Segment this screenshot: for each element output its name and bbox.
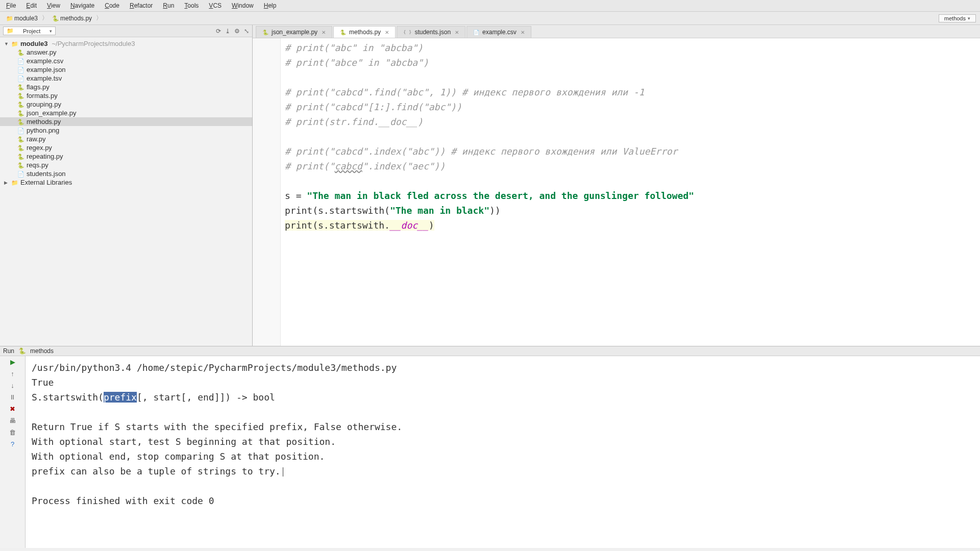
menu-tools[interactable]: Tools bbox=[180, 1, 203, 10]
project-view-dropdown[interactable]: Project bbox=[3, 27, 56, 35]
python-icon bbox=[17, 144, 24, 152]
python-icon bbox=[17, 135, 24, 143]
tree-file[interactable]: grouping.py bbox=[0, 100, 252, 109]
tree-file[interactable]: regex.py bbox=[0, 143, 252, 152]
python-icon bbox=[17, 153, 24, 160]
editor-tab[interactable]: example.csv✕ bbox=[467, 26, 531, 38]
run-output-line: With optional end, stop comparing S at t… bbox=[32, 451, 325, 462]
tree-file-label: example.csv bbox=[27, 57, 63, 65]
code-line: # print("cabcd"[1:].find("abc")) bbox=[285, 102, 462, 112]
menu-edit[interactable]: Edit bbox=[22, 1, 41, 10]
menu-window[interactable]: Window bbox=[228, 1, 258, 10]
python-icon bbox=[17, 109, 24, 117]
run-config-label: methods bbox=[944, 15, 966, 21]
menu-view[interactable]: View bbox=[43, 1, 64, 10]
code-line: s = "The man in black fled across the de… bbox=[285, 190, 694, 201]
editor-tab[interactable]: students.json✕ bbox=[397, 26, 465, 38]
print-icon[interactable]: 🖶 bbox=[9, 417, 16, 424]
help-icon[interactable]: ? bbox=[11, 440, 14, 448]
run-output-line: With optional start, test S beginning at… bbox=[32, 436, 336, 447]
code-line: # print("cabcd".index("aec")) bbox=[285, 161, 445, 171]
menu-file[interactable]: File bbox=[2, 1, 20, 10]
tree-file[interactable]: answer.py bbox=[0, 48, 252, 57]
editor-area: json_example.py✕methods.py✕students.json… bbox=[253, 25, 980, 346]
close-icon[interactable]: ✕ bbox=[455, 30, 459, 35]
file-icon bbox=[17, 127, 24, 134]
code-line: # print(str.find.__doc__) bbox=[285, 116, 423, 127]
menu-vcs[interactable]: VCS bbox=[205, 1, 226, 10]
run-header[interactable]: Run 🐍 methods bbox=[0, 346, 980, 356]
run-output-line: /usr/bin/python3.4 /home/stepic/PycharmP… bbox=[32, 362, 397, 373]
python-icon bbox=[17, 161, 24, 169]
python-icon bbox=[17, 48, 24, 56]
editor-tab-label: example.csv bbox=[482, 29, 517, 36]
code-line: # print("abce" in "abcba") bbox=[285, 57, 429, 68]
hide-icon[interactable]: ⤡ bbox=[244, 28, 249, 35]
file-icon bbox=[17, 66, 24, 73]
breadcrumb-project[interactable]: module3 bbox=[4, 14, 40, 22]
tree-file-label: formats.py bbox=[27, 92, 58, 99]
tree-file-label: students.json bbox=[27, 170, 66, 178]
tree-file[interactable]: flags.py bbox=[0, 83, 252, 91]
tree-file[interactable]: repeating.py bbox=[0, 152, 252, 161]
close-icon[interactable]: ✕ bbox=[521, 30, 525, 35]
tree-file-label: answer.py bbox=[27, 48, 57, 56]
run-up-icon[interactable]: ↑ bbox=[11, 370, 14, 378]
editor-tab-label: methods.py bbox=[349, 29, 381, 36]
tree-root-name: module3 bbox=[20, 40, 47, 47]
tree-file[interactable]: methods.py bbox=[0, 117, 252, 126]
editor-tab-bar[interactable]: json_example.py✕methods.py✕students.json… bbox=[253, 25, 980, 38]
editor-gutter[interactable] bbox=[253, 38, 281, 346]
tree-file[interactable]: formats.py bbox=[0, 91, 252, 100]
tree-external[interactable]: ▶External Libraries bbox=[0, 178, 252, 187]
pause-icon[interactable]: ⏸ bbox=[9, 393, 16, 401]
menu-navigate[interactable]: Navigate bbox=[66, 1, 99, 10]
project-tree[interactable]: ▼module3~/PycharmProjects/module3 answer… bbox=[0, 37, 252, 346]
tree-root[interactable]: ▼module3~/PycharmProjects/module3 bbox=[0, 39, 252, 48]
editor-tab[interactable]: methods.py✕ bbox=[333, 26, 396, 38]
stop-icon[interactable]: ✖ bbox=[10, 405, 15, 413]
menu-refactor[interactable]: Refactor bbox=[126, 1, 157, 10]
python-icon bbox=[17, 83, 24, 91]
text-caret bbox=[283, 467, 283, 477]
run-down-icon[interactable]: ↓ bbox=[11, 382, 14, 389]
close-icon[interactable]: ✕ bbox=[322, 30, 326, 35]
menubar[interactable]: File Edit View Navigate Code Refactor Ru… bbox=[0, 0, 980, 12]
settings-icon[interactable]: ⚙ bbox=[234, 28, 240, 35]
tree-file[interactable]: raw.py bbox=[0, 135, 252, 143]
tree-file[interactable]: example.tsv bbox=[0, 74, 252, 83]
tree-file[interactable]: python.png bbox=[0, 126, 252, 135]
run-config-selector[interactable]: methods bbox=[939, 14, 976, 22]
editor-tab[interactable]: json_example.py✕ bbox=[256, 26, 332, 38]
breadcrumb-file[interactable]: methods.py bbox=[50, 14, 94, 22]
code-line: # print("cabcd".index("abc")) # индекс п… bbox=[285, 146, 677, 157]
breadcrumb-file-label: methods.py bbox=[60, 15, 92, 22]
run-header-label: Run bbox=[3, 347, 14, 355]
collapse-all-icon[interactable]: ⤓ bbox=[225, 28, 230, 35]
file-icon bbox=[17, 57, 24, 65]
code-line: # print("abc" in "abcba") bbox=[285, 42, 423, 53]
run-output-line: Return True if S starts with the specifi… bbox=[32, 421, 402, 432]
folder-icon bbox=[6, 15, 13, 22]
close-icon[interactable]: ✕ bbox=[385, 30, 389, 35]
run-config-name: methods bbox=[30, 347, 54, 355]
trash-icon[interactable]: 🗑 bbox=[9, 429, 16, 436]
file-icon bbox=[17, 170, 24, 178]
scroll-from-source-icon[interactable]: ⟳ bbox=[216, 28, 221, 35]
menu-code[interactable]: Code bbox=[101, 1, 124, 10]
run-output-line: prefix can also be a tuple of strings to… bbox=[32, 466, 283, 477]
run-output[interactable]: /usr/bin/python3.4 /home/stepic/PycharmP… bbox=[26, 356, 980, 548]
tree-file[interactable]: example.csv bbox=[0, 57, 252, 65]
tree-file[interactable]: students.json bbox=[0, 169, 252, 178]
rerun-icon[interactable]: ▶ bbox=[10, 358, 15, 366]
tree-file[interactable]: example.json bbox=[0, 65, 252, 74]
code-editor[interactable]: # print("abc" in "abcba") # print("abce"… bbox=[281, 38, 980, 346]
menu-help[interactable]: Help bbox=[260, 1, 281, 10]
tree-file[interactable]: reqs.py bbox=[0, 161, 252, 169]
python-icon bbox=[17, 101, 24, 108]
code-line: print(s.startswith("The man in black")) bbox=[285, 205, 501, 216]
code-line-current: print(s.startswith.__doc__) bbox=[285, 220, 434, 231]
menu-run[interactable]: Run bbox=[159, 1, 178, 10]
tree-file[interactable]: json_example.py bbox=[0, 109, 252, 117]
code-line: # print("cabcd".find("abc", 1)) # индекс… bbox=[285, 87, 644, 97]
